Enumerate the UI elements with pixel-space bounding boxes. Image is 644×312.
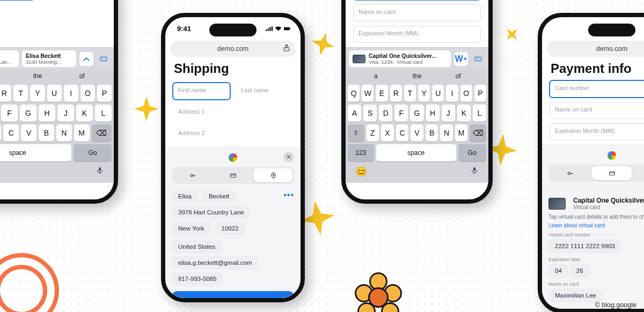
- emoji-icon[interactable]: 😊: [355, 166, 367, 177]
- chip-street[interactable]: 3978 Hart Country Lane: [172, 205, 251, 219]
- predictive-word[interactable]: the: [16, 72, 60, 80]
- first-name-field[interactable]: First name: [173, 83, 230, 100]
- chip-email[interactable]: elisa.g.beckett@gmail.com: [172, 256, 259, 270]
- name-on-card-field[interactable]: Name on card: [550, 102, 644, 119]
- chip-name-on-card[interactable]: Maximilian Lee: [548, 288, 603, 302]
- number-key[interactable]: 123: [348, 144, 374, 161]
- addresses-tab[interactable]: [254, 168, 292, 182]
- chip-vcn[interactable]: 2222 1111 2222 9903: [548, 239, 621, 253]
- expiration-field[interactable]: Expiration Month (MM): [353, 26, 481, 43]
- expiration-field[interactable]: Expiration Month (MM): [550, 123, 644, 140]
- key-g[interactable]: G: [20, 105, 36, 122]
- key-n[interactable]: N: [440, 124, 453, 142]
- autofill-button[interactable]: Autofill Form: [172, 291, 294, 302]
- address1-field[interactable]: Address 1: [173, 104, 293, 121]
- key-f[interactable]: F: [394, 105, 408, 122]
- predictive-word[interactable]: the: [397, 72, 438, 80]
- key-o[interactable]: O: [80, 85, 95, 102]
- key-u[interactable]: U: [432, 85, 444, 102]
- predictive-word[interactable]: a: [355, 72, 397, 80]
- key-h[interactable]: H: [39, 105, 55, 122]
- passwords-tab[interactable]: [173, 168, 212, 182]
- mic-icon[interactable]: [96, 166, 104, 177]
- name-on-card-field[interactable]: Name on card: [353, 4, 481, 21]
- key-c[interactable]: C: [3, 124, 19, 142]
- close-icon[interactable]: ✕: [283, 152, 294, 162]
- address2-field[interactable]: Address 2: [173, 125, 293, 143]
- chip-exp-year[interactable]: 26: [570, 264, 590, 278]
- last-name-field[interactable]: Last name: [236, 83, 293, 100]
- key-v[interactable]: V: [411, 124, 423, 142]
- key-x[interactable]: X: [381, 124, 394, 142]
- key-k[interactable]: K: [76, 105, 93, 122]
- key-q[interactable]: Q: [348, 85, 360, 102]
- address2-field[interactable]: ress 2: [0, 26, 106, 43]
- backspace-key[interactable]: ⌫: [470, 124, 486, 142]
- key-x[interactable]: X: [0, 124, 1, 142]
- shift-key[interactable]: ⇧: [348, 124, 364, 142]
- predictive-word[interactable]: a: [0, 72, 16, 80]
- key-j[interactable]: J: [442, 105, 455, 122]
- predictive-word[interactable]: of: [437, 72, 479, 80]
- key-o[interactable]: O: [460, 85, 472, 102]
- key-b[interactable]: B: [39, 124, 54, 142]
- key-y[interactable]: Y: [418, 85, 430, 102]
- chip-city[interactable]: New York: [172, 221, 211, 235]
- key-e[interactable]: E: [376, 85, 387, 102]
- key-r[interactable]: R: [0, 85, 11, 102]
- key-t[interactable]: T: [404, 85, 416, 102]
- go-key[interactable]: Go: [458, 144, 486, 161]
- key-v[interactable]: V: [21, 124, 36, 142]
- more-icon[interactable]: •••: [283, 190, 294, 200]
- key-k[interactable]: K: [457, 105, 471, 122]
- keyboard-expand-icon[interactable]: [97, 52, 111, 66]
- address-bar[interactable]: demo.com: [547, 41, 644, 57]
- learn-link[interactable]: Learn about virtual card: [548, 222, 644, 228]
- key-s[interactable]: S: [363, 105, 377, 122]
- key-t[interactable]: T: [13, 85, 28, 102]
- key-d[interactable]: D: [379, 105, 392, 122]
- space-key[interactable]: space: [376, 144, 456, 161]
- addresses-tab[interactable]: [633, 166, 644, 180]
- key-m[interactable]: M: [455, 124, 468, 142]
- key-a[interactable]: A: [348, 105, 361, 122]
- chip-country[interactable]: United States: [172, 240, 222, 254]
- predictive-word[interactable]: of: [60, 72, 104, 80]
- chip-zip[interactable]: 10022: [215, 221, 245, 235]
- key-f[interactable]: F: [1, 105, 18, 122]
- key-g[interactable]: G: [410, 105, 423, 122]
- chip-last-name[interactable]: Beckett: [202, 189, 236, 203]
- address1-field[interactable]: ress 1: [0, 4, 106, 21]
- key-c[interactable]: C: [396, 124, 409, 142]
- space-key[interactable]: space: [0, 144, 71, 161]
- key-w[interactable]: W: [362, 85, 374, 102]
- key-m[interactable]: M: [74, 124, 90, 142]
- address-suggest-2[interactable]: Elisa Beckett 3130 Morning...: [22, 50, 76, 67]
- key-p[interactable]: P: [97, 85, 112, 102]
- chip-phone[interactable]: 817-993-5085: [172, 272, 223, 286]
- card-number-field[interactable]: Card number: [550, 80, 644, 98]
- key-i[interactable]: I: [446, 85, 458, 102]
- key-i[interactable]: I: [64, 85, 78, 102]
- virtual-card-item[interactable]: Capital One QuicksilverOne Virtual card: [548, 197, 644, 210]
- passwords-tab[interactable]: [550, 166, 590, 180]
- key-z[interactable]: Z: [367, 124, 379, 142]
- address-bar[interactable]: demo.com: [171, 41, 295, 57]
- scan-card-icon[interactable]: W✦: [454, 52, 468, 66]
- key-l[interactable]: L: [473, 105, 486, 122]
- backspace-key[interactable]: ⌫: [92, 124, 112, 142]
- go-key[interactable]: Go: [74, 144, 112, 161]
- key-p[interactable]: P: [474, 85, 486, 102]
- key-n[interactable]: N: [56, 124, 72, 142]
- key-y[interactable]: Y: [30, 85, 45, 102]
- share-icon[interactable]: [282, 43, 291, 54]
- key-j[interactable]: J: [57, 105, 74, 122]
- chip-exp-month[interactable]: 04: [548, 264, 568, 278]
- key-r[interactable]: R: [390, 85, 402, 102]
- chip-first-name[interactable]: Elisa: [172, 189, 198, 203]
- payments-tab[interactable]: [214, 168, 252, 182]
- payments-tab[interactable]: [592, 166, 632, 180]
- keyboard-expand-icon[interactable]: [471, 52, 485, 66]
- key-l[interactable]: L: [95, 105, 112, 122]
- key-h[interactable]: H: [426, 105, 440, 122]
